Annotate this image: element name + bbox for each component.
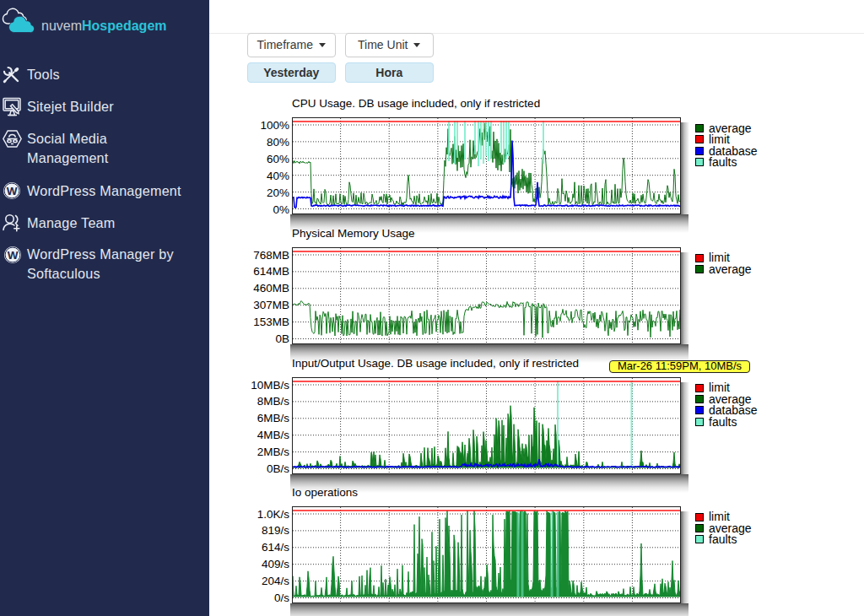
svg-text:W: W xyxy=(7,185,18,197)
svg-text:W: W xyxy=(8,249,19,262)
